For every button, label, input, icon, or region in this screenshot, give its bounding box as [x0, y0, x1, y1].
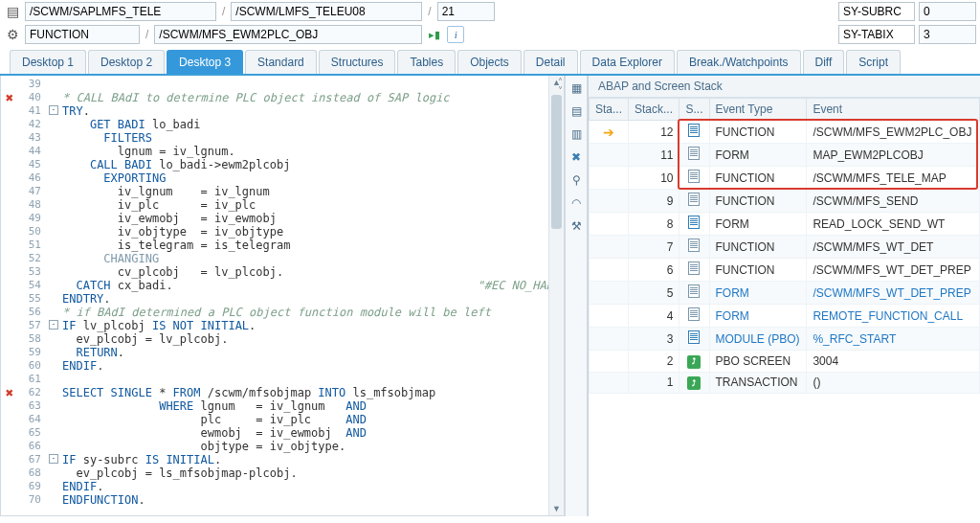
code-line[interactable]: WHERE lgnum = iv_lgnum AND [62, 399, 548, 413]
stack-row[interactable]: 7FUNCTION/SCWM/MFS_WT_DET [590, 236, 980, 259]
line-number[interactable]: 55 [1, 292, 49, 306]
line-number[interactable]: 51 [1, 239, 49, 252]
stack-row[interactable]: 8FORMREAD_LOCK_SEND_WT [590, 213, 980, 236]
code-line[interactable]: FILTERS [62, 131, 548, 145]
code-line[interactable] [62, 78, 548, 91]
code-line[interactable]: plc = iv_plc AND [62, 413, 548, 426]
code-line[interactable]: ewmobj = iv_ewmobj AND [62, 426, 548, 440]
stack-header[interactable]: Sta... [590, 99, 629, 121]
line-number[interactable]: 44 [1, 145, 49, 158]
stack-row[interactable]: 5FORM/SCWM/MFS_WT_DET_PREP [590, 282, 980, 305]
editor-nav-arrows[interactable]: ˄˅ [558, 78, 563, 95]
stack-header[interactable]: Stack... [629, 99, 679, 121]
line-number[interactable]: 54 [1, 279, 49, 292]
tab-objects[interactable]: Objects [457, 50, 522, 74]
grid-icon[interactable]: ▥ [568, 125, 585, 143]
code-line[interactable]: ev_plcobj = lv_plcobj. [62, 332, 548, 346]
code-line[interactable]: objtype = iv_objtype. [62, 440, 548, 453]
stack-row[interactable]: 10FUNCTION/SCWM/MFS_TELE_MAP [590, 167, 980, 190]
code-line[interactable]: iv_ewmobj = iv_ewmobj [62, 212, 548, 225]
tab-tables[interactable]: Tables [397, 50, 456, 74]
line-number[interactable]: 48 [1, 198, 49, 212]
code-line[interactable]: ENDIF. [62, 480, 548, 493]
code-line[interactable]: iv_plc = iv_plc [62, 198, 548, 212]
tab-detail[interactable]: Detail [523, 50, 578, 74]
line-number[interactable]: 52 [1, 252, 49, 265]
line-number[interactable]: 64 [1, 413, 49, 426]
code-line[interactable]: * CALL BAdI to determine PLC object inst… [62, 91, 548, 104]
line-number[interactable]: 47 [1, 185, 49, 198]
tool-icon[interactable]: ⚒ [568, 217, 585, 235]
fold-icon[interactable]: - [49, 320, 58, 330]
line-number[interactable]: 61 [1, 373, 49, 386]
tab-structures[interactable]: Structures [319, 50, 396, 74]
stack-row[interactable]: 4FORMREMOTE_FUNCTION_CALL [590, 305, 980, 328]
sy-tabix-value[interactable] [919, 25, 976, 44]
line-input[interactable] [437, 2, 495, 21]
list-icon[interactable]: ▤ [568, 102, 585, 120]
tab-desktop-3[interactable]: Desktop 3 [167, 50, 243, 74]
line-number[interactable]: 62✖ [1, 386, 49, 399]
layout-icon[interactable]: ▦ [568, 80, 585, 97]
line-number[interactable]: 67- [1, 453, 49, 466]
element-name-input[interactable] [154, 25, 422, 44]
line-number[interactable]: 50 [1, 225, 49, 239]
fold-icon[interactable]: - [49, 105, 58, 115]
code-line[interactable]: CHANGING [62, 252, 548, 265]
line-number[interactable]: 46 [1, 171, 49, 185]
code-line[interactable]: is_telegram = is_telegram [62, 239, 548, 252]
code-line[interactable]: ENDIF. [62, 359, 548, 373]
stack-row[interactable]: 11FORMMAP_EWM2PLCOBJ [590, 144, 980, 167]
line-number[interactable]: 66 [1, 440, 49, 453]
code-line[interactable]: GET BADI lo_badi [62, 118, 548, 131]
tab-diff[interactable]: Diff [803, 50, 845, 74]
tab-break-watchpoints[interactable]: Break./Watchpoints [677, 50, 801, 74]
stack-row[interactable]: 9FUNCTION/SCWM/MFS_SEND [590, 190, 980, 213]
code-line[interactable]: TRY. [62, 104, 548, 118]
stack-row[interactable]: 3MODULE (PBO)%_RFC_START [590, 328, 980, 351]
line-number[interactable]: 39 [1, 78, 49, 91]
line-number[interactable]: 45 [1, 158, 49, 171]
code-line[interactable]: ev_plcobj = ls_mfsobjmap-plcobj. [62, 466, 548, 480]
headset-icon[interactable]: ◠ [568, 194, 585, 212]
stack-header[interactable]: S... [679, 99, 709, 121]
line-number[interactable]: 65 [1, 426, 49, 440]
scroll-thumb[interactable] [551, 95, 562, 229]
line-number[interactable]: 56 [1, 306, 49, 319]
line-number[interactable]: 41- [1, 104, 49, 118]
delete-icon[interactable]: ✖ [568, 148, 585, 166]
line-number[interactable]: 53 [1, 265, 49, 279]
line-number[interactable]: 58 [1, 332, 49, 346]
code-line[interactable]: IF lv_plcobj IS NOT INITIAL. [62, 319, 548, 332]
code-line[interactable]: CATCH cx_badi. "#EC NO_HANDLER [62, 279, 548, 292]
stack-row[interactable]: 1⤴TRANSACTION() [590, 372, 980, 394]
breakpoint-icon[interactable]: ✖ [3, 386, 16, 399]
line-number[interactable]: 69 [1, 480, 49, 493]
stack-row[interactable]: 6FUNCTION/SCWM/MFS_WT_DET_PREP [590, 259, 980, 282]
line-number[interactable]: 57- [1, 319, 49, 332]
line-number[interactable]: 43 [1, 131, 49, 145]
code-line[interactable]: * if BAdI determined a PLC object functi… [62, 306, 548, 319]
tab-standard[interactable]: Standard [245, 50, 317, 74]
vertical-scrollbar[interactable]: ▲ ▼ [548, 76, 564, 515]
tab-desktop-1[interactable]: Desktop 1 [10, 50, 86, 74]
tab-script[interactable]: Script [846, 50, 901, 74]
line-number[interactable]: 59 [1, 346, 49, 359]
secondary-input[interactable] [231, 2, 422, 21]
program-include-input[interactable] [25, 2, 216, 21]
line-number[interactable]: 63 [1, 399, 49, 413]
code-line[interactable]: ENDFUNCTION. [62, 493, 548, 507]
tab-desktop-2[interactable]: Desktop 2 [88, 50, 165, 74]
settings-icon[interactable]: ⚙ [4, 26, 21, 43]
element-type-input[interactable] [25, 25, 140, 44]
stack-row[interactable]: 2⤴PBO SCREEN3004 [590, 351, 980, 373]
goto-icon[interactable]: ▸▮ [426, 26, 443, 43]
code-line[interactable]: CALL BADI lo_badi->ewm2plcobj [62, 158, 548, 171]
stack-header[interactable]: Event [807, 99, 980, 121]
code-body[interactable]: * CALL BAdI to determine PLC object inst… [49, 76, 548, 515]
line-number[interactable]: 60 [1, 359, 49, 373]
line-number[interactable]: 42 [1, 118, 49, 131]
code-line[interactable]: iv_objtype = iv_objtype [62, 225, 548, 239]
code-line[interactable]: IF sy-subrc IS INITIAL. [62, 453, 548, 466]
code-line[interactable]: cv_plcobj = lv_plcobj. [62, 265, 548, 279]
